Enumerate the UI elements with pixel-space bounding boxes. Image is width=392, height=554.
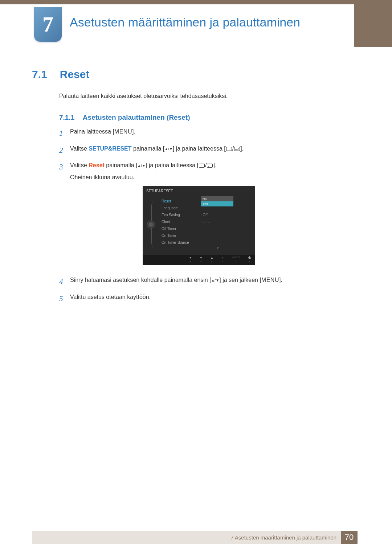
- text: ].: [132, 128, 135, 135]
- text: painamalla [: [105, 162, 138, 168]
- step-body: Valitse Reset painamalla [▲/▼] ja paina …: [70, 161, 335, 271]
- osd-item-value: : -- : --: [201, 219, 244, 225]
- footer-text: 7 Asetusten määrittäminen ja palauttamin…: [230, 534, 336, 541]
- step-2: 2 Valitse SETUP&RESET painamalla [▲/▼] j…: [59, 144, 335, 156]
- menu-label: MENU: [261, 277, 279, 283]
- osd-screenshot: SETUP&RESET Reset No Yes: [143, 186, 255, 265]
- reset-label: Reset: [89, 162, 105, 168]
- chapter-title: Asetusten määrittäminen ja palauttaminen: [70, 15, 300, 29]
- step-body: Valittu asetus otetaan käyttöön.: [70, 293, 335, 302]
- text: painamalla [: [132, 145, 165, 152]
- source-button-icon: [226, 147, 232, 151]
- step-body: Siirry haluamasi asetuksen kohdalle pain…: [70, 276, 335, 285]
- subsection-heading: 7.1.1 Asetusten palauttaminen (Reset): [59, 114, 190, 122]
- text: Oheinen ikkuna avautuu.: [70, 173, 335, 182]
- up-down-arrows-icon: ▲/▼: [164, 147, 173, 151]
- osd-row-offtimer: Off Timer: [162, 225, 255, 232]
- text: ] ja paina laitteessa [: [146, 162, 199, 168]
- up-down-arrows-icon: ▲/▼: [138, 164, 146, 168]
- osd-item-label: Off Timer: [162, 226, 198, 232]
- osd-row-reset: Reset No Yes: [162, 198, 255, 205]
- osd-option-yes: Yes: [201, 201, 233, 206]
- enter-button-icon: [207, 164, 213, 168]
- page-footer: 7 Asetusten määrittäminen ja palauttamin…: [32, 531, 358, 544]
- osd-item-label: Clock: [162, 219, 198, 225]
- step-4: 4 Siirry haluamasi asetuksen kohdalle pa…: [59, 276, 335, 288]
- text: ].: [240, 145, 244, 152]
- osd-row-eco: Eco Saving : Off: [162, 212, 255, 218]
- section-title: Reset: [60, 68, 90, 81]
- osd-footer-buttons: ◄▾ ▼▾ ▲▾ ►▾ AUTO▾ ⏻▾: [143, 255, 255, 265]
- slash: /: [232, 145, 234, 152]
- step-body: Valitse SETUP&RESET painamalla [▲/▼] ja …: [70, 144, 335, 153]
- step-1: 1 Paina laitteessa [MENU].: [59, 127, 335, 139]
- step-5: 5 Valittu asetus otetaan käyttöön.: [59, 293, 335, 305]
- osd-item-label: On Timer: [162, 233, 198, 239]
- chapter-number-tab: 7: [34, 7, 62, 42]
- step-3: 3 Valitse Reset painamalla [▲/▼] ja pain…: [59, 161, 335, 271]
- text: ].: [213, 162, 216, 168]
- osd-row-ontimersrc: On Timer Source: [162, 239, 255, 246]
- section-number: 7.1: [32, 68, 47, 81]
- subsection-title: Asetusten palauttaminen (Reset): [83, 114, 190, 121]
- osd-nav-down-icon: ▼▾: [200, 256, 203, 264]
- step-number: 3: [59, 161, 65, 173]
- enter-button-icon: [234, 147, 240, 151]
- osd-row-clock: Clock : -- : --: [162, 218, 255, 225]
- text: ] ja paina laitteessa [: [173, 145, 226, 152]
- osd-item-label: Eco Saving: [162, 212, 198, 218]
- step-number: 5: [59, 293, 65, 305]
- subsection-number: 7.1.1: [59, 114, 74, 121]
- gear-icon: [148, 222, 154, 227]
- osd-item-label: On Timer Source: [162, 240, 198, 246]
- osd-nav-up-icon: ▲▾: [211, 256, 213, 264]
- up-down-arrows-icon: ▲/▼: [211, 278, 220, 282]
- menu-label: MENU: [114, 128, 132, 135]
- step-number: 1: [59, 127, 65, 139]
- osd-item-value: : Off: [201, 212, 244, 218]
- steps-list: 1 Paina laitteessa [MENU]. 2 Valitse SET…: [59, 127, 335, 309]
- osd-icon-column: [143, 198, 159, 251]
- text: ].: [279, 277, 282, 283]
- osd-menu-list: Reset No Yes Language Eco Saving : Off: [159, 198, 255, 251]
- osd-auto-button: AUTO▾: [232, 256, 240, 264]
- osd-more-arrow-icon: ▼: [162, 246, 255, 251]
- osd-nav-left-icon: ◄▾: [189, 256, 192, 264]
- step-number: 2: [59, 144, 65, 156]
- chapter-number: 7: [42, 12, 53, 37]
- text: Paina laitteessa [: [70, 128, 114, 135]
- osd-option-no: No: [201, 196, 233, 201]
- source-button-icon: [199, 164, 205, 168]
- intro-paragraph: Palauta laitteen kaikki asetukset oletus…: [59, 93, 228, 99]
- slash: /: [205, 162, 207, 168]
- step-body: Paina laitteessa [MENU].: [70, 127, 335, 136]
- section-heading: 7.1 Reset: [32, 68, 89, 81]
- page-number: 70: [341, 531, 358, 544]
- text: Siirry haluamasi asetuksen kohdalle pain…: [70, 277, 211, 283]
- osd-body: Reset No Yes Language Eco Saving : Off: [143, 196, 255, 255]
- text: Valitse: [70, 145, 89, 152]
- osd-nav-right-icon: ►▾: [221, 256, 224, 264]
- osd-title: SETUP&RESET: [143, 186, 255, 197]
- text: ] ja sen jälkeen [: [219, 277, 261, 283]
- top-brown-bar: [0, 0, 392, 4]
- text: Valitse: [70, 162, 89, 168]
- osd-item-label: Language: [162, 205, 198, 211]
- setup-reset-label: SETUP&RESET: [89, 145, 131, 152]
- osd-row-ontimer: On Timer: [162, 232, 255, 239]
- osd-power-icon: ⏻▾: [248, 256, 251, 264]
- step-number: 4: [59, 276, 65, 288]
- osd-reset-dropdown: No Yes: [201, 196, 233, 206]
- osd-item-label: Reset: [162, 198, 198, 204]
